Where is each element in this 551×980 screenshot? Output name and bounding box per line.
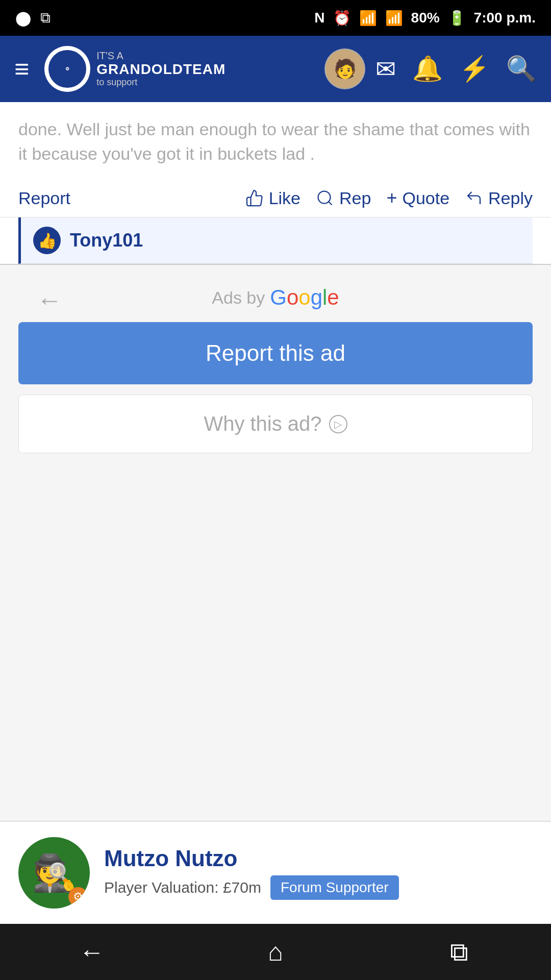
google-text: Google [270,285,339,310]
why-ad-text: Why this ad? [204,412,321,435]
nfc-icon: N [314,10,324,26]
like-button[interactable]: Like [245,188,300,208]
rep-button[interactable]: Rep [316,188,371,208]
report-button[interactable]: Report [18,188,70,208]
whatsapp-icon: ⬤ [15,10,31,27]
back-arrow-icon[interactable]: ← [37,285,62,315]
site-logo[interactable]: ⚙ IT'S A GRANDOLDTEAM TO SUPPORT [44,46,314,92]
status-right-info: N ⏰ 📶 📶 80% 🔋 7:00 p.m. [314,10,536,27]
clock: 7:00 p.m. [474,10,536,26]
plus-icon: + [386,187,397,209]
forum-supporter-badge: Forum Supporter [270,875,399,900]
status-bar: ⬤ ⧉ N ⏰ 📶 📶 80% 🔋 7:00 p.m. [0,0,551,36]
site-subtitle: TO SUPPORT [96,77,226,88]
avatar-emoji: 🕵 [32,852,77,894]
like-label: Like [269,188,300,208]
user-avatar: 🕵 ⚙ [18,837,90,909]
post-body: done. Well just be man enough to wear th… [0,102,551,179]
nav-action-icons: ✉ 🔔 ⚡ 🔍 [375,55,537,83]
reply-icon [465,189,483,207]
ads-by-text: Ads by [212,288,265,308]
svg-point-0 [318,191,331,204]
quote-label: Quote [402,188,449,208]
signal-icon: 📶 [385,10,403,27]
battery-percent: 80% [411,10,440,26]
bottom-navigation: ← ⌂ ⧉ [0,924,551,980]
copy-icon: ⧉ [40,10,51,27]
alarm-icon: ⏰ [333,10,351,27]
verified-badge-icon: ⚙ [68,887,88,906]
username: Mutzo Nutzo [104,846,533,871]
ads-section: ← Ads by Google Report this ad Why this … [0,265,551,469]
thumbs-up-icon [245,189,264,207]
user-meta: Player Valuation: £70m Forum Supporter [104,875,533,900]
ad-content-spacer [0,469,551,821]
home-button[interactable]: ⌂ [245,932,306,972]
avatar-image: 🧑 [325,50,364,88]
site-name-block: IT'S A GRANDOLDTEAM TO SUPPORT [96,50,226,88]
mail-icon[interactable]: ✉ [375,55,396,83]
svg-line-1 [329,202,332,205]
action-bar: Report Like Rep + Quote Reply [0,179,551,217]
play-icon: ▷ [329,415,347,433]
rep-label: Rep [339,188,371,208]
reply-button[interactable]: Reply [465,188,533,208]
user-avatar-nav[interactable]: 🧑 [324,48,365,89]
reply-label: Reply [488,188,533,208]
status-left-icons: ⬤ ⧉ [15,10,51,27]
nav-header: ≡ ⚙ IT'S A GRANDOLDTEAM TO SUPPORT 🧑 ✉ 🔔… [0,36,551,102]
quote-thumb-icon: 👍 [33,227,61,254]
quoted-username: Tony101 [70,230,143,251]
apps-button[interactable]: ⧉ [429,932,490,972]
why-this-ad-button[interactable]: Why this ad? ▷ [18,395,533,453]
user-info-block: Mutzo Nutzo Player Valuation: £70m Forum… [104,846,533,900]
back-button[interactable]: ← [61,932,122,972]
ads-by-google-label: Ads by Google [212,285,339,310]
report-ad-button[interactable]: Report this ad [18,322,533,384]
search-icon[interactable]: 🔍 [506,55,537,83]
site-name: GRANDOLDTEAM [96,62,226,78]
hamburger-button[interactable]: ≡ [14,54,29,84]
quote-button[interactable]: + Quote [386,187,449,209]
main-content: done. Well just be man enough to wear th… [0,102,551,924]
logo-inner: ⚙ [47,48,88,89]
battery-icon: 🔋 [448,10,466,27]
post-text-cutoff: done. Well just be man enough to wear th… [18,117,533,166]
site-tagline: IT'S A [96,50,226,62]
wifi-icon: 📶 [359,10,377,27]
valuation-label: Player Valuation: £70m [104,879,261,896]
bell-icon[interactable]: 🔔 [412,55,443,83]
lightning-icon[interactable]: ⚡ [459,55,490,83]
quote-box: 👍 Tony101 [18,217,533,264]
logo-circle: ⚙ [44,46,90,92]
rep-icon [316,189,334,207]
bottom-user-section: 🕵 ⚙ Mutzo Nutzo Player Valuation: £70m F… [0,821,551,924]
